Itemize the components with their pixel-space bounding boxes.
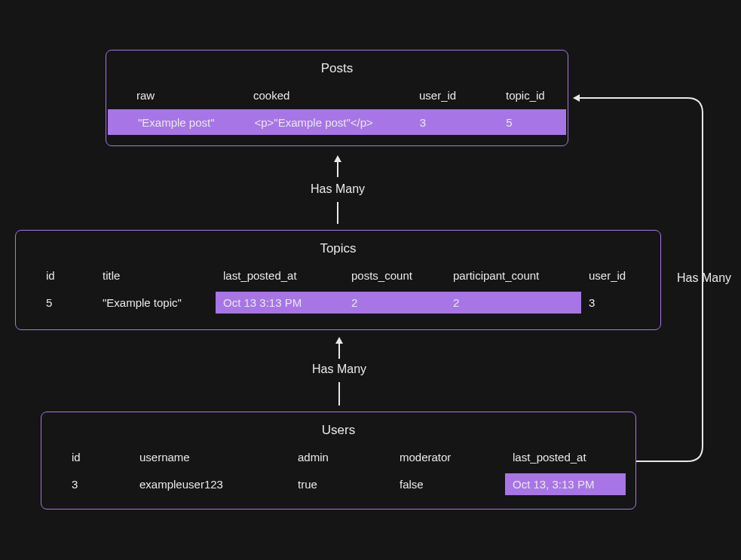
connector-users-posts [0, 0, 741, 560]
arrow-head-users-posts [573, 94, 580, 102]
relation-users-posts: Has Many [677, 271, 731, 285]
